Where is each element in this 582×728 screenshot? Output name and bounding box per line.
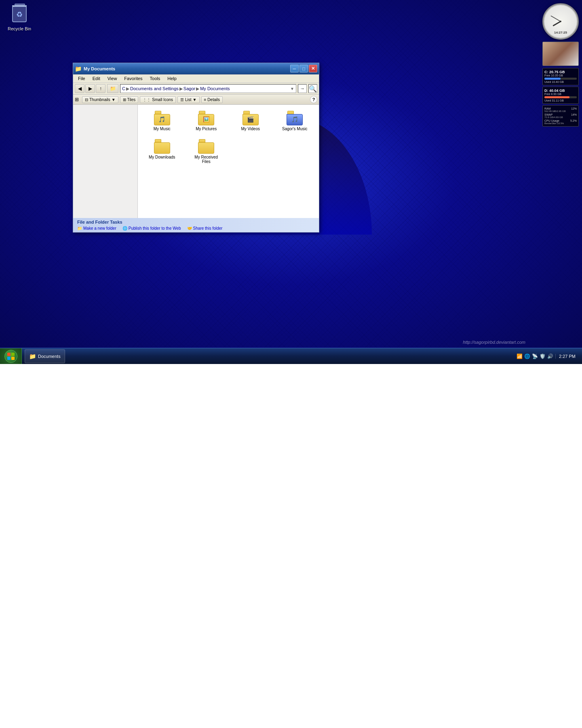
folder-body: 🖼️	[198, 114, 214, 125]
bluetooth-icon: 📡	[532, 353, 538, 359]
taskbar-documents[interactable]: 📁 Documents	[25, 349, 65, 363]
folder-name: My Videos	[241, 127, 260, 131]
screen1: ♻ Recycle Bin 14:27:25 C: 20.75 GB Free …	[0, 0, 582, 364]
window-titlebar: 📁 My Documents ─ □ ✕	[73, 63, 319, 74]
folder-tab	[199, 139, 205, 142]
clock-face: 14:27:25	[544, 5, 577, 38]
search-box[interactable]: 🔍	[308, 84, 317, 93]
d-drive-free: Free 8.93 GB	[544, 93, 577, 95]
view-menu[interactable]: View	[104, 75, 120, 82]
small-icons-btn[interactable]: ⋮⋮ Small Icons	[140, 96, 176, 103]
folder-tab	[199, 111, 205, 114]
folder-tab	[155, 139, 161, 142]
virus-icon: 🛡️	[540, 353, 546, 359]
minimize-button[interactable]: ─	[290, 65, 299, 72]
c-drive-free: Free 10.35 GB	[544, 74, 577, 77]
photo-widget	[542, 42, 579, 66]
folder-inner-icon: 🎬	[243, 114, 258, 124]
folder-icon: 🖼️	[198, 111, 214, 125]
views-icon: ⊞	[75, 97, 79, 102]
c-drive-fill	[544, 78, 561, 80]
tiles-btn[interactable]: ⊞ Tiles	[120, 96, 139, 103]
folder-my-pictures[interactable]: 🖼️ My Pictures	[186, 109, 227, 133]
minute-hand	[550, 15, 561, 22]
task-links: 📁 Make a new folder 🌐 Publish this folde…	[77, 226, 315, 231]
windows-logo-icon	[7, 353, 15, 360]
analog-clock: 14:27:25	[542, 3, 579, 40]
explorer-window: 📁 My Documents ─ □ ✕ File Edit View Favo…	[73, 63, 319, 233]
tasks-title: File and Folder Tasks	[77, 220, 315, 224]
clock-widget-area: 14:27:25 C: 20.75 GB Free 10.35 GB Used …	[542, 3, 579, 127]
folder-nav-icon: 📁	[107, 84, 118, 93]
folder-tab	[243, 111, 250, 114]
window-icon: 📁	[75, 66, 82, 72]
c-drive-label: C: 20.75 GB	[544, 70, 577, 74]
address-bar[interactable]: C ▶ Documents and Settings ▶ Sagor ▶ My …	[120, 84, 296, 93]
d-drive-label: D: 40.04 GB	[544, 89, 577, 93]
folder-my-videos[interactable]: 🎬 My Videos	[230, 109, 271, 133]
svg-rect-2	[7, 357, 11, 360]
publish-link[interactable]: 🌐 Publish this folder to the Web	[122, 226, 181, 231]
share-icon: 🤝	[187, 226, 192, 231]
tray-icons: 📶 🌐 📡 🛡️ 🔊	[517, 353, 553, 359]
publish-icon: 🌐	[122, 226, 127, 231]
start-orb	[4, 350, 17, 363]
system-tray: 📶 🌐 📡 🛡️ 🔊 2:27 PM	[513, 353, 582, 359]
file-grid: 🎵 My Music 🖼️ My Pictures	[142, 109, 315, 166]
address-dropdown[interactable]: ▼	[290, 87, 294, 91]
go-button[interactable]: →	[298, 84, 307, 93]
folder-tab	[287, 111, 294, 114]
folder-my-downloads[interactable]: My Downloads	[142, 137, 182, 166]
d-drive-bar	[544, 96, 577, 98]
folder-inner-icon: 🎵	[287, 114, 302, 124]
folder-body	[198, 142, 214, 154]
folder-received-files[interactable]: My Received Files	[186, 137, 227, 166]
window-controls: ─ □ ✕	[290, 65, 317, 72]
recycle-bin-icon[interactable]: ♻ Recycle Bin	[3, 3, 36, 32]
folder-name: My Downloads	[149, 155, 175, 159]
edit-menu[interactable]: Edit	[89, 75, 103, 82]
close-button[interactable]: ✕	[309, 65, 317, 72]
file-menu[interactable]: File	[75, 75, 89, 82]
taskbar-doc-icon: 📁	[29, 353, 36, 360]
help-btn[interactable]: ?	[310, 96, 317, 103]
ram-header: RAM 12%	[544, 107, 577, 110]
folder-body: 🎵	[154, 114, 170, 125]
d-drive-used: Used 31.11 GB	[544, 99, 577, 102]
folder-icon: 🎬	[242, 111, 259, 125]
favorites-menu[interactable]: Favorites	[121, 75, 146, 82]
folder-body: 🎬	[242, 114, 259, 125]
start-button[interactable]	[0, 348, 22, 364]
ram-widget: RAM 12% 532.95 MB/2.95 GB SWAP 14% 72.8 …	[542, 105, 579, 127]
taskbar: 📁 Documents 📶 🌐 📡 🛡️ 🔊 2:27 PM	[0, 348, 582, 364]
details-btn[interactable]: ≡ Details	[201, 96, 223, 103]
new-folder-link[interactable]: 📁 Make a new folder	[77, 226, 116, 231]
help-menu[interactable]: Help	[164, 75, 180, 82]
folder-name: Sagor's Music	[282, 127, 308, 131]
nav-buttons: ◀ ▶ ↑	[75, 84, 105, 93]
address-path: C ▶ Documents and Settings ▶ Sagor ▶ My …	[122, 86, 230, 91]
forward-button[interactable]: ▶	[85, 84, 95, 93]
folder-my-music[interactable]: 🎵 My Music	[142, 109, 182, 133]
folder-body	[154, 142, 170, 154]
folder-name: My Music	[154, 127, 171, 131]
back-button[interactable]: ◀	[75, 84, 84, 93]
folder-inner-icon: 🖼️	[198, 114, 214, 124]
folder-icon	[154, 139, 170, 154]
share-link[interactable]: 🤝 Share this folder	[187, 226, 223, 231]
d-drive-fill	[544, 96, 569, 98]
tools-menu[interactable]: Tools	[147, 75, 164, 82]
up-button[interactable]: ↑	[96, 84, 105, 93]
tasks-panel: File and Folder Tasks 📁 Make a new folde…	[73, 218, 319, 232]
list-btn[interactable]: ☰ List ▼	[177, 96, 199, 103]
svg-rect-1	[11, 353, 15, 356]
recycle-bin-image: ♻	[10, 3, 29, 24]
view-toolbar: ⊞ ⊟ Thumbnails ▼ ⊞ Tiles ⋮⋮ Small Icons …	[73, 95, 319, 105]
thumbnails-btn[interactable]: ⊟ Thumbnails ▼	[82, 96, 118, 103]
maximize-button[interactable]: □	[299, 65, 308, 72]
file-area: 🎵 My Music 🖼️ My Pictures	[138, 105, 319, 218]
folder-sagors-music[interactable]: 🎵 Sagor's Music	[275, 109, 315, 133]
taskbar-clock: 2:27 PM	[555, 354, 579, 359]
folder-tab	[155, 111, 161, 114]
d-drive-widget: D: 40.04 GB Free 8.93 GB Used 31.11 GB	[542, 87, 579, 104]
